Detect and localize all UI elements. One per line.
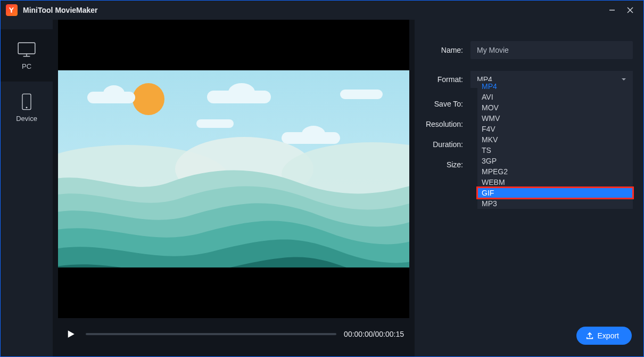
pc-icon — [16, 41, 37, 58]
svg-rect-3 — [18, 43, 35, 54]
device-icon — [16, 93, 37, 110]
form-row-name: Name: — [425, 41, 633, 59]
scene-cloud — [282, 132, 340, 144]
size-label: Size: — [425, 160, 470, 169]
scene-cloud — [340, 90, 383, 99]
format-option-mp3[interactable]: MP3 — [477, 198, 633, 209]
total-time: 00:00:15 — [375, 330, 404, 338]
current-time: 00:00:00 — [344, 330, 373, 338]
app-window: MiniTool MovieMaker PC — [0, 0, 644, 357]
sidebar-item-pc[interactable]: PC — [1, 29, 53, 82]
format-option-3gp[interactable]: 3GP — [477, 156, 633, 166]
close-button[interactable] — [621, 3, 639, 18]
format-option-f4v[interactable]: F4V — [477, 124, 633, 134]
format-option-gif[interactable]: GIF — [477, 188, 633, 198]
format-option-mov[interactable]: MOV — [477, 102, 633, 113]
format-option-mp4[interactable]: MP4 — [477, 81, 633, 92]
export-button-label: Export — [598, 331, 619, 340]
video-preview — [58, 20, 409, 318]
format-option-avi[interactable]: AVI — [477, 92, 633, 102]
minimize-icon — [609, 7, 615, 13]
export-button[interactable]: Export — [576, 327, 632, 345]
app-title: MiniTool MovieMaker — [23, 6, 98, 14]
saveto-label: Save To: — [425, 100, 470, 108]
sidebar-item-device[interactable]: Device — [1, 82, 53, 134]
format-option-wmv[interactable]: WMV — [477, 113, 633, 124]
svg-point-7 — [26, 107, 28, 108]
format-dropdown[interactable]: MP4AVIMOVWMVF4VMKVTS3GPMPEG2WEBMGIFMP3 — [477, 81, 633, 209]
format-option-webm[interactable]: WEBM — [477, 177, 633, 188]
duration-label: Duration: — [425, 140, 470, 149]
format-option-ts[interactable]: TS — [477, 145, 633, 156]
play-icon — [66, 329, 76, 339]
export-icon — [586, 332, 593, 339]
scene-cloud — [207, 91, 271, 103]
preview-frame — [58, 70, 409, 267]
preview-panel: 00:00:00/00:00:15 — [53, 20, 415, 356]
scene-cloud — [196, 119, 234, 128]
sidebar-item-label: Device — [16, 115, 37, 123]
player-controls: 00:00:00/00:00:15 — [58, 318, 409, 350]
name-label: Name: — [425, 46, 470, 54]
app-logo — [6, 4, 18, 16]
format-option-mpeg2[interactable]: MPEG2 — [477, 166, 633, 177]
name-input[interactable] — [470, 41, 633, 59]
sidebar: PC Device — [1, 20, 53, 356]
minimize-button[interactable] — [603, 3, 621, 18]
timecode: 00:00:00/00:00:15 — [344, 330, 404, 338]
scene-sun — [133, 83, 164, 115]
resolution-label: Resolution: — [425, 120, 470, 128]
scene-cloud — [87, 92, 135, 103]
logo-icon — [8, 6, 15, 14]
export-panel: Name: Format: MP4 Save To: Resolution: D… — [415, 20, 643, 356]
main-area: PC Device — [1, 20, 643, 356]
titlebar: MiniTool MovieMaker — [1, 1, 643, 20]
close-icon — [627, 7, 633, 13]
sidebar-item-label: PC — [22, 62, 31, 70]
play-button[interactable] — [63, 327, 78, 342]
format-option-mkv[interactable]: MKV — [477, 134, 633, 145]
seek-bar[interactable] — [86, 333, 336, 335]
format-label: Format: — [425, 75, 470, 84]
